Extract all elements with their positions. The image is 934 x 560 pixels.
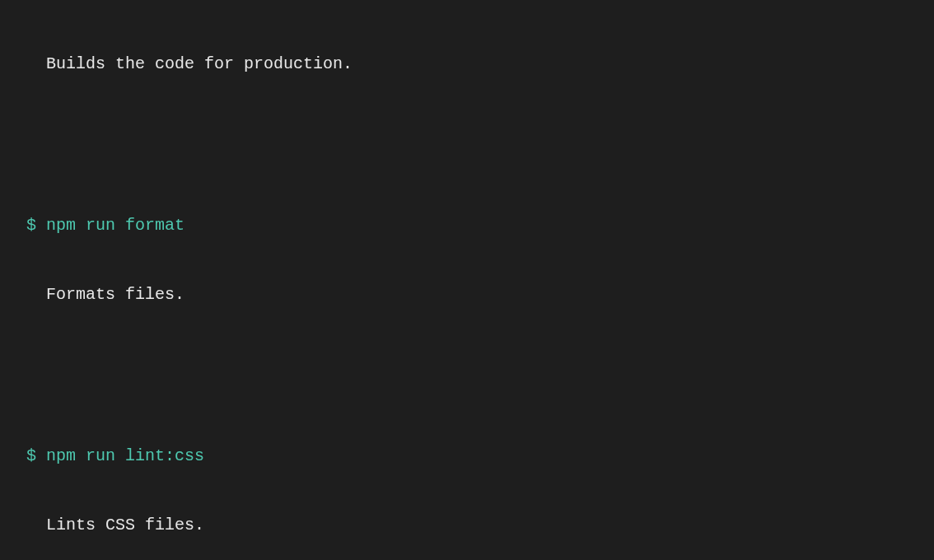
command-text: npm run format [46,216,184,235]
command-description: Lints CSS files. [7,514,927,537]
dollar-sign: $ [26,216,36,235]
blank-line [7,122,927,145]
build-description: Builds the code for production. [7,53,927,76]
command-description: Formats files. [7,283,927,306]
command-line: $ npm run lint:css [7,445,927,468]
blank-line [7,352,927,376]
terminal-output: Builds the code for production. $ npm ru… [7,7,927,560]
command-line: $ npm run format [7,214,927,237]
command-text: npm run lint:css [46,446,204,465]
dollar-sign: $ [26,446,36,465]
